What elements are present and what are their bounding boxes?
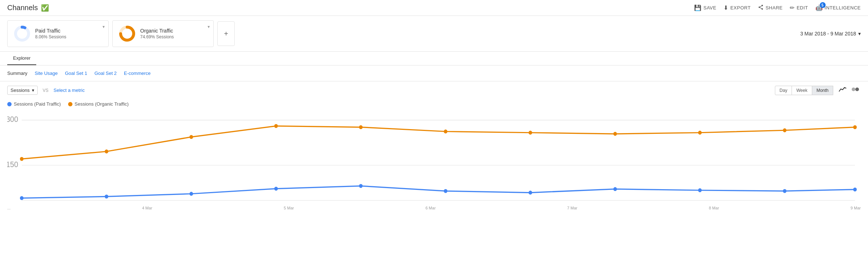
paid-traffic-info: Paid Traffic 8.06% Sessions (35, 28, 103, 39)
date-range-text: 3 Mar 2018 - 9 Mar 2018 (800, 31, 856, 37)
page-title: Channels (7, 4, 38, 12)
organic-traffic-donut (118, 25, 136, 42)
svg-text:150: 150 (7, 160, 18, 169)
edit-icon: ✏ (790, 4, 795, 11)
share-icon (758, 4, 764, 12)
select-metric-link[interactable]: Select a metric (54, 88, 85, 93)
edit-button[interactable]: ✏ Edit (790, 4, 808, 11)
organic-traffic-sessions: 74.69% Sessions (140, 34, 208, 39)
x-label-1: 4 Mar (142, 206, 152, 210)
paid-dot-1 (105, 195, 108, 199)
organic-dot-10 (853, 125, 857, 129)
metric-label: Sessions (11, 88, 30, 93)
date-range-chevron: ▾ (858, 31, 861, 37)
svg-point-10 (855, 88, 859, 91)
legend-organic-dot (68, 102, 72, 106)
sub-nav-summary[interactable]: Summary (7, 69, 28, 77)
save-label: Save (704, 5, 717, 10)
legend-paid-label: Sessions (Paid Traffic) (14, 101, 61, 107)
paid-dot-2 (189, 192, 193, 196)
organic-dot-8 (698, 131, 702, 135)
intelligence-label: Intelligence (825, 5, 861, 10)
header-actions: 💾 Save ⬇ Export Share ✏ Edit 🤖 5 Intelli… (694, 4, 861, 12)
scroll-indicator[interactable] (0, 210, 868, 272)
x-label-3: 6 Mar (425, 206, 435, 210)
paid-dot-3 (274, 187, 278, 191)
share-button[interactable]: Share (758, 4, 783, 12)
paid-dot-4 (359, 184, 363, 188)
week-period-button[interactable]: Week (792, 86, 812, 95)
scroll-down-icon (1, 212, 867, 272)
date-range-selector[interactable]: 3 Mar 2018 - 9 Mar 2018 ▾ (800, 31, 861, 37)
paid-traffic-name: Paid Traffic (35, 28, 103, 34)
sub-nav: Summary Site Usage Goal Set 1 Goal Set 2… (0, 65, 868, 81)
legend-organic-label: Sessions (Organic Traffic) (75, 101, 129, 107)
x-label-6: 9 Mar (851, 206, 861, 210)
bar-chart-button[interactable] (851, 85, 861, 95)
organic-dot-7 (613, 132, 617, 136)
share-label: Share (765, 5, 783, 10)
paid-dot-7 (613, 187, 617, 191)
sub-nav-goal-set-2[interactable]: Goal Set 2 (95, 69, 117, 77)
chart-container: 300 150 (0, 107, 868, 204)
paid-traffic-donut (13, 25, 31, 42)
organic-dot-1 (105, 149, 108, 153)
sub-nav-site-usage[interactable]: Site Usage (35, 69, 58, 77)
month-period-button[interactable]: Month (812, 86, 833, 95)
metric-dropdown-icon: ▾ (32, 88, 34, 93)
save-icon: 💾 (694, 4, 702, 11)
sub-nav-goal-set-1[interactable]: Goal Set 1 (65, 69, 87, 77)
intelligence-badge: 5 (820, 2, 826, 8)
add-channel-button[interactable]: + (217, 21, 235, 46)
chart-controls: Sessions ▾ VS Select a metric Day Week M… (0, 81, 868, 99)
metric-selector[interactable]: Sessions ▾ (7, 86, 38, 95)
chart-type-buttons (838, 85, 861, 95)
save-button[interactable]: 💾 Save (694, 4, 716, 11)
svg-text:300: 300 (7, 115, 18, 124)
line-chart-button[interactable] (838, 85, 848, 95)
organic-traffic-dropdown[interactable]: ▾ (208, 24, 210, 29)
x-label-0: ... (7, 206, 11, 210)
intelligence-button[interactable]: 🤖 5 Intelligence (815, 4, 861, 11)
paid-traffic-dropdown[interactable]: ▾ (103, 24, 105, 29)
export-icon: ⬇ (723, 4, 729, 11)
svg-point-5 (16, 27, 29, 40)
x-label-2: 5 Mar (284, 206, 294, 210)
organic-traffic-info: Organic Traffic 74.69% Sessions (140, 28, 208, 39)
organic-dot-0 (20, 157, 24, 161)
x-axis: ... 4 Mar 5 Mar 6 Mar 7 Mar 8 Mar 9 Mar (0, 204, 868, 210)
sub-nav-ecommerce[interactable]: E-commerce (124, 69, 151, 77)
paid-dot-9 (783, 189, 786, 193)
paid-dot-8 (698, 188, 702, 192)
chart-svg: 300 150 (7, 110, 861, 204)
organic-traffic-card[interactable]: Organic Traffic 74.69% Sessions ▾ (112, 20, 214, 47)
svg-point-1 (759, 7, 760, 8)
period-controls: Day Week Month (775, 85, 861, 95)
header-left: Channels ✅ (7, 4, 49, 12)
x-label-4: 7 Mar (567, 206, 577, 210)
svg-point-0 (761, 5, 763, 6)
organic-dot-6 (529, 131, 532, 135)
legend-paid: Sessions (Paid Traffic) (7, 101, 61, 107)
organic-dot-2 (189, 135, 193, 139)
day-period-button[interactable]: Day (775, 86, 792, 95)
edit-label: Edit (797, 5, 808, 10)
svg-point-9 (852, 88, 855, 91)
vs-label: VS (43, 88, 49, 93)
export-button[interactable]: ⬇ Export (723, 4, 751, 11)
organic-dot-9 (783, 128, 786, 132)
x-label-5: 8 Mar (709, 206, 719, 210)
paid-dot-0 (20, 196, 24, 200)
svg-line-4 (760, 6, 762, 7)
paid-line (22, 186, 855, 198)
channel-section: Paid Traffic 8.06% Sessions ▾ Organic Tr… (0, 16, 868, 52)
explorer-tab[interactable]: Explorer (7, 52, 36, 65)
verified-icon: ✅ (41, 4, 49, 12)
paid-traffic-card[interactable]: Paid Traffic 8.06% Sessions ▾ (7, 20, 109, 47)
chart-svg-wrapper: 300 150 (7, 110, 861, 204)
organic-dot-3 (274, 124, 278, 128)
paid-dot-5 (444, 189, 447, 193)
explorer-tab-bar: Explorer (0, 52, 868, 65)
paid-traffic-sessions: 8.06% Sessions (35, 34, 103, 39)
svg-line-3 (760, 8, 762, 9)
